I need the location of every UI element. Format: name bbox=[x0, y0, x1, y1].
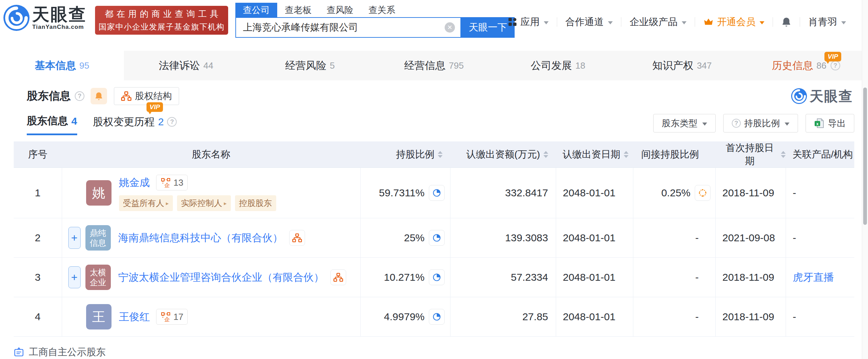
search-input-value[interactable]: 上海竞心承峰传媒有限公司 bbox=[243, 21, 445, 34]
subtab-shareholder-info[interactable]: 股东信息 4 bbox=[27, 114, 77, 135]
col-header-first-holding-date[interactable]: 首次持股日期 bbox=[715, 141, 786, 168]
shareholder-name-link[interactable]: 王俊红 bbox=[119, 310, 150, 324]
subscribe-bell-button[interactable] bbox=[91, 88, 107, 104]
clipboard-icon bbox=[14, 347, 24, 357]
nav-apps[interactable]: 应用 bbox=[500, 15, 557, 28]
svg-text:x: x bbox=[816, 121, 819, 126]
search-tab-risk[interactable]: 查风险 bbox=[319, 3, 361, 17]
shareholder-name-link[interactable]: 海南鼎纯信息科技中心（有限合伙） bbox=[118, 231, 283, 245]
relation-count-badge[interactable]: 企 13 bbox=[156, 175, 188, 190]
related-products: - bbox=[786, 168, 854, 218]
subscribed-amount: 27.85 bbox=[450, 297, 556, 337]
nav-apps-label: 应用 bbox=[520, 15, 540, 28]
indirect-ratio-value: - bbox=[633, 218, 715, 258]
tag-controlling-shareholder[interactable]: 控股股东 bbox=[235, 195, 276, 211]
tianyancha-watermark: 天眼查 bbox=[791, 87, 853, 106]
chevron-down-icon bbox=[760, 21, 764, 24]
search-input[interactable]: 上海竞心承峰传媒有限公司 ✕ bbox=[235, 17, 461, 38]
promo-line1: 都在用的商业查询工具 bbox=[102, 8, 222, 20]
svg-text:企: 企 bbox=[164, 182, 170, 188]
tianyancha-logo[interactable]: 天眼查 TianYanCha.com bbox=[3, 5, 87, 31]
table-header-row: 序号 股东名称 持股比例 认缴出资额(万元) 认缴出资日期 间接持股比例 bbox=[14, 141, 854, 168]
svg-text:企: 企 bbox=[164, 316, 170, 322]
tab-basic-info[interactable]: 基本信息95 bbox=[0, 51, 124, 80]
search-tab-company[interactable]: 查公司 bbox=[235, 3, 277, 17]
indirect-ratio-value: 0.25% bbox=[661, 187, 690, 199]
equity-structure-icon[interactable] bbox=[330, 269, 346, 285]
holding-ratio-value: 10.271% bbox=[384, 271, 424, 283]
equity-structure-icon[interactable] bbox=[289, 230, 305, 246]
holding-ratio-dropdown[interactable]: ? 持股比例 bbox=[723, 114, 798, 132]
indirect-ratio-value: - bbox=[633, 258, 715, 297]
pie-chart-icon[interactable] bbox=[429, 269, 445, 285]
help-icon[interactable]: ? bbox=[167, 117, 177, 127]
tag-actual-controller[interactable]: 实际控制人 ▸ bbox=[177, 195, 231, 211]
scrollbar-track[interactable] bbox=[862, 0, 868, 359]
tab-history-info[interactable]: VIP 历史信息86 ? bbox=[744, 51, 868, 80]
related-products: - bbox=[786, 218, 854, 258]
brand-name: 天眼查 bbox=[32, 5, 87, 24]
export-button[interactable]: x 导出 bbox=[806, 114, 854, 132]
sort-icon[interactable] bbox=[624, 151, 629, 158]
sort-icon[interactable] bbox=[543, 151, 548, 158]
search-tab-relation[interactable]: 查关系 bbox=[361, 3, 403, 17]
shareholder-name-link[interactable]: 宁波太横企业管理咨询合伙企业（有限合伙） bbox=[118, 270, 324, 285]
nav-open-vip[interactable]: 开通会员 bbox=[695, 15, 773, 28]
tianyancha-logo-icon bbox=[3, 5, 30, 31]
search-tab-boss[interactable]: 查老板 bbox=[277, 3, 319, 17]
pie-chart-icon[interactable] bbox=[429, 309, 445, 325]
tab-company-development[interactable]: 公司发展18 bbox=[496, 51, 620, 80]
chevron-down-icon bbox=[682, 21, 687, 24]
sort-icon[interactable] bbox=[781, 151, 786, 158]
nav-cooperation[interactable]: 合作通道 bbox=[557, 15, 621, 28]
tag-arrow-icon: ▸ bbox=[166, 200, 169, 207]
help-icon[interactable]: ? bbox=[75, 91, 84, 101]
tab-operation-info[interactable]: 经营信息795 bbox=[372, 51, 496, 80]
pie-chart-icon[interactable] bbox=[429, 185, 445, 201]
related-product-link[interactable]: 虎牙直播 bbox=[793, 271, 834, 283]
expand-button[interactable]: + bbox=[68, 227, 81, 249]
org-chart-icon bbox=[121, 91, 131, 101]
col-header-holding-ratio[interactable]: 持股比例 bbox=[360, 141, 450, 168]
avatar[interactable]: 太横 企业 bbox=[85, 265, 111, 290]
shareholder-type-dropdown[interactable]: 股东类型 bbox=[653, 114, 716, 132]
clear-search-icon[interactable]: ✕ bbox=[445, 22, 455, 33]
sort-icon[interactable] bbox=[438, 151, 443, 158]
search-area: 查公司 查老板 查风险 查关系 上海竞心承峰传媒有限公司 ✕ 天眼一下 bbox=[235, 3, 515, 38]
chevron-down-icon bbox=[608, 21, 613, 24]
tab-legal-proceedings[interactable]: 法律诉讼44 bbox=[124, 51, 248, 80]
pie-chart-icon[interactable] bbox=[429, 230, 445, 246]
help-icon[interactable]: ? bbox=[831, 61, 840, 70]
section-title: 股东信息 bbox=[27, 89, 71, 104]
relation-count-badge[interactable]: 企 17 bbox=[156, 309, 188, 325]
shareholder-table: 序号 股东名称 持股比例 认缴出资额(万元) 认缴出资日期 间接持股比例 bbox=[14, 141, 854, 337]
promo-line2: 国家中小企业发展子基金旗下机构 bbox=[98, 22, 225, 32]
col-header-subscribed-amount[interactable]: 认缴出资额(万元) bbox=[450, 141, 556, 168]
relation-graph-icon: 企 bbox=[161, 177, 171, 188]
tab-operation-risk[interactable]: 经营风险5 bbox=[248, 51, 372, 80]
help-icon: ? bbox=[732, 119, 741, 128]
col-header-shareholder-name: 股东名称 bbox=[62, 141, 360, 168]
equity-structure-button[interactable]: 股权结构 bbox=[114, 87, 179, 105]
nav-notifications[interactable] bbox=[773, 17, 800, 27]
indirect-ratio-value: - bbox=[633, 297, 715, 337]
nav-enterprise[interactable]: 企业级产品 bbox=[621, 15, 695, 28]
indirect-holding-icon[interactable] bbox=[695, 185, 711, 201]
avatar[interactable]: 王 bbox=[86, 304, 112, 329]
row-seq: 3 bbox=[14, 258, 62, 297]
col-header-related-products: 关联产品/机构 bbox=[786, 141, 854, 168]
subscribed-date: 2048-01-01 bbox=[556, 168, 633, 218]
tag-beneficial-owner[interactable]: 受益所有人 ▸ bbox=[119, 195, 173, 211]
chevron-down-icon bbox=[544, 21, 549, 24]
row-seq: 2 bbox=[14, 218, 62, 258]
scrollbar-thumb[interactable] bbox=[863, 88, 867, 225]
equity-structure-label: 股权结构 bbox=[135, 90, 172, 102]
avatar[interactable]: 姚 bbox=[86, 180, 112, 206]
shareholder-name-link[interactable]: 姚金成 bbox=[119, 176, 150, 190]
col-header-subscribed-date[interactable]: 认缴出资日期 bbox=[556, 141, 633, 168]
expand-button[interactable]: + bbox=[68, 266, 81, 288]
subtab-equity-change-history[interactable]: VIP 股权变更历程 2 ? bbox=[93, 114, 177, 135]
tab-intellectual-property[interactable]: 知识产权347 bbox=[620, 51, 744, 80]
avatar[interactable]: 鼎纯 信息 bbox=[85, 225, 111, 251]
nav-user[interactable]: 肖青羽 bbox=[800, 15, 854, 28]
